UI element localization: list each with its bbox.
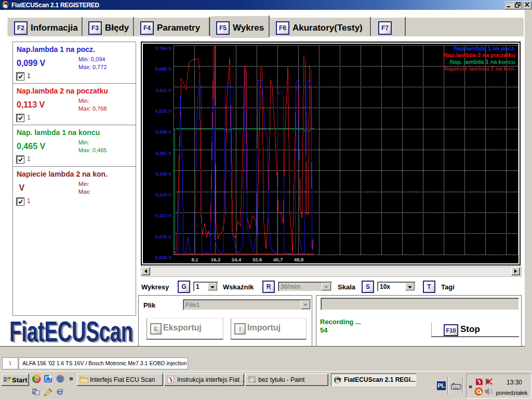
svg-text:Nap. lambda 1 na koncu: Nap. lambda 1 na koncu <box>450 59 515 65</box>
svg-text:FiatECUScan: FiatECUScan <box>9 318 133 345</box>
svg-text:8,1: 8,1 <box>191 257 198 262</box>
svg-text:0,076 V: 0,076 V <box>155 234 171 240</box>
svg-text:Nap.lambda 2 na poczatku: Nap.lambda 2 na poczatku <box>444 52 515 58</box>
svg-text:0,535 V: 0,535 V <box>155 109 171 114</box>
svg-text:0,382 V: 0,382 V <box>155 151 171 156</box>
svg-text:0,306 V: 0,306 V <box>155 171 171 177</box>
svg-text:48,8: 48,8 <box>294 257 304 262</box>
svg-text:0,611 V: 0,611 V <box>155 88 171 93</box>
svg-text:0,764 V: 0,764 V <box>155 46 171 51</box>
svg-text:Napiecie lambda 2 na kon.: Napiecie lambda 2 na kon. <box>444 65 515 72</box>
svg-text:Nap.lambda 1 na pocz.: Nap.lambda 1 na pocz. <box>454 45 515 51</box>
svg-text:24,4: 24,4 <box>232 257 242 262</box>
svg-text:0,153 V: 0,153 V <box>155 213 171 218</box>
svg-text:0,000 V: 0,000 V <box>155 255 171 260</box>
svg-text:0,688 V: 0,688 V <box>155 66 171 72</box>
svg-text:32,6: 32,6 <box>252 257 262 262</box>
svg-text:0,229 V: 0,229 V <box>155 192 171 197</box>
svg-text:16,2: 16,2 <box>211 257 221 262</box>
svg-text:40,7: 40,7 <box>273 257 283 262</box>
svg-text:0,459 V: 0,459 V <box>155 129 171 135</box>
